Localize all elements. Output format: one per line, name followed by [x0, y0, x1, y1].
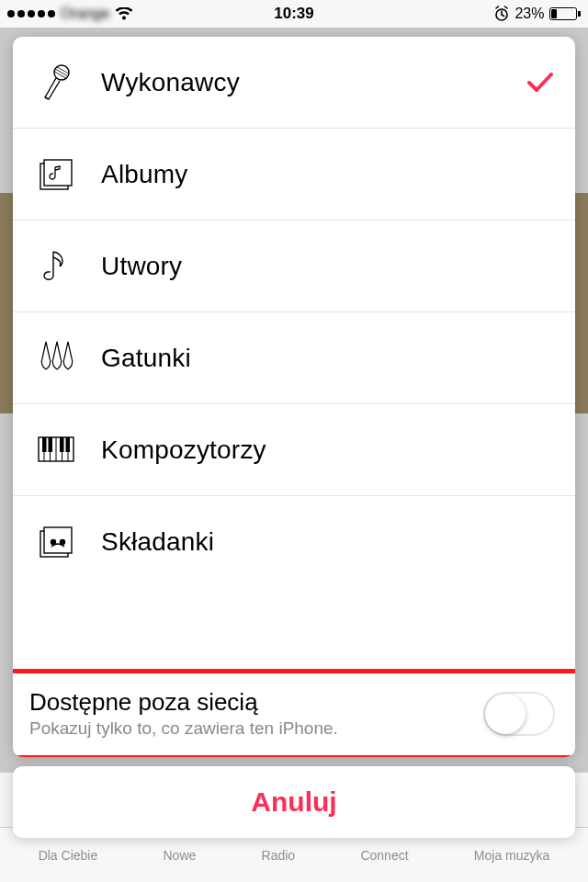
checkmark-icon	[527, 73, 553, 93]
menu-label: Utwory	[101, 252, 182, 281]
menu-item-songs[interactable]: Utwory	[13, 220, 575, 312]
svg-rect-13	[49, 437, 53, 452]
offline-section: Dostępne poza siecią Pokazuj tylko to, c…	[13, 671, 575, 757]
battery-icon	[549, 7, 582, 20]
piano-icon	[35, 436, 77, 464]
album-icon	[35, 158, 77, 191]
offline-subtitle: Pokazuj tylko to, co zawiera ten iPhone.	[29, 718, 483, 739]
menu-label: Wykonawcy	[101, 68, 240, 97]
menu-label: Albumy	[101, 160, 188, 189]
tab-connect[interactable]: Connect	[360, 848, 408, 863]
cellular-signal-icon	[7, 10, 55, 17]
alarm-icon	[493, 6, 510, 22]
cancel-label: Anuluj	[251, 786, 336, 818]
menu-item-artists[interactable]: Wykonawcy	[13, 37, 575, 129]
clock-label: 10:39	[274, 5, 313, 23]
menu-item-compilations[interactable]: Składanki	[13, 496, 575, 588]
carrier-label: Orange	[61, 6, 109, 22]
status-bar: Orange 10:39 23%	[0, 0, 588, 28]
svg-rect-5	[44, 160, 72, 186]
offline-title: Dostępne poza siecią	[29, 688, 483, 717]
tab-for-you[interactable]: Dla Ciebie	[39, 848, 98, 863]
menu-item-composers[interactable]: Kompozytorzy	[13, 404, 575, 496]
offline-toggle[interactable]	[483, 692, 555, 736]
menu-item-albums[interactable]: Albumy	[13, 129, 575, 220]
svg-rect-15	[66, 437, 71, 452]
wifi-icon	[115, 7, 133, 21]
menu-label: Składanki	[101, 527, 214, 557]
menu-label: Kompozytorzy	[101, 435, 266, 465]
svg-rect-17	[44, 527, 72, 553]
menu-label: Gatunki	[101, 344, 191, 373]
compilation-icon	[35, 526, 77, 559]
menu-list: Wykonawcy Albumy Utwory Gatunki	[13, 37, 575, 671]
microphone-icon	[35, 64, 77, 101]
svg-rect-12	[42, 437, 47, 452]
toggle-knob	[485, 694, 526, 734]
tab-radio[interactable]: Radio	[262, 848, 296, 863]
tab-my-music[interactable]: Moja muzyka	[474, 848, 549, 863]
cancel-button[interactable]: Anuluj	[13, 766, 575, 838]
svg-rect-14	[60, 437, 64, 452]
status-right: 23%	[493, 6, 581, 22]
battery-percent-label: 23%	[514, 6, 544, 22]
menu-item-genres[interactable]: Gatunki	[13, 312, 575, 404]
note-icon	[35, 248, 77, 285]
guitars-icon	[35, 340, 77, 377]
status-left: Orange	[7, 6, 133, 22]
tab-new[interactable]: Nowe	[163, 848, 196, 863]
filter-sheet: Wykonawcy Albumy Utwory Gatunki	[13, 37, 575, 757]
